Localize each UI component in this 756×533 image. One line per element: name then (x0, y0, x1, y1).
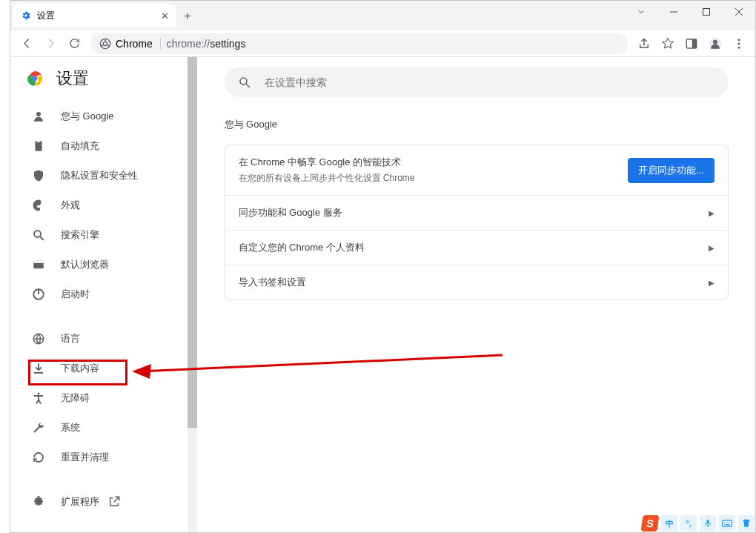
sidebar-item-languages[interactable]: 语言 (10, 324, 197, 354)
clipboard-icon (31, 139, 46, 153)
svg-point-10 (738, 46, 740, 48)
bookmark-star-icon[interactable] (656, 32, 680, 56)
svg-point-29 (724, 522, 725, 523)
share-icon[interactable] (632, 32, 656, 56)
svg-rect-5 (692, 39, 697, 48)
new-tab-button[interactable]: + (176, 5, 199, 27)
sidebar-item-label: 您与 Google (61, 110, 114, 123)
turn-on-sync-button[interactable]: 开启同步功能... (628, 158, 714, 183)
chevron-right-icon: ▶ (709, 244, 714, 252)
sidebar-item-downloads[interactable]: 下载内容 (10, 354, 197, 383)
back-button[interactable] (15, 32, 39, 56)
search-input[interactable] (265, 76, 715, 88)
svg-point-22 (38, 393, 40, 395)
sidebar-item-label: 外观 (61, 199, 80, 212)
sidebar-item-label: 搜索引擎 (61, 228, 99, 242)
sidebar-item-autofill[interactable]: 自动填充 (10, 131, 197, 161)
search-icon (238, 76, 251, 89)
sidebar-item-default-browser[interactable]: 默认浏览器 (10, 250, 197, 279)
sidebar-scrollbar[interactable] (188, 57, 197, 532)
account-avatar-icon[interactable] (703, 32, 727, 56)
close-tab-icon[interactable]: ✕ (161, 10, 169, 21)
reload-button[interactable] (62, 32, 86, 56)
wrench-icon (31, 420, 46, 435)
customize-profile-row[interactable]: 自定义您的 Chrome 个人资料▶ (225, 231, 728, 265)
sidebar-item-search-engine[interactable]: 搜索引擎 (10, 220, 197, 250)
sidebar-item-on-startup[interactable]: 启动时 (10, 279, 197, 309)
omnibox[interactable]: Chrome chrome://settings (90, 33, 628, 54)
power-icon (31, 287, 46, 302)
svg-point-7 (713, 39, 717, 44)
sidebar-item-label: 自动填充 (61, 139, 99, 153)
section-title: 您与 Google (225, 118, 729, 131)
svg-point-3 (103, 42, 107, 45)
browser-window-icon (31, 257, 46, 272)
svg-point-30 (726, 522, 727, 523)
settings-content: 您与 Google 在 Chrome 中畅享 Google 的智能技术 在您的所… (197, 57, 755, 532)
svg-point-23 (240, 78, 247, 85)
svg-point-9 (738, 42, 740, 44)
sidebar-item-appearance[interactable]: 外观 (10, 191, 197, 220)
search-icon (31, 228, 46, 242)
accessibility-icon (31, 391, 46, 405)
svg-rect-28 (723, 520, 732, 526)
sidebar-item-label: 启动时 (61, 288, 90, 301)
svg-point-8 (738, 39, 740, 41)
sidebar-item-extensions[interactable]: 扩展程序 (10, 487, 197, 517)
ime-mic-icon[interactable] (700, 515, 716, 532)
ime-punctuation-icon[interactable]: °, (680, 515, 697, 532)
open-external-icon (107, 494, 122, 509)
sidebar-header: 设置 (10, 63, 197, 102)
forward-button[interactable] (39, 32, 62, 56)
chrome-icon (99, 38, 111, 50)
settings-tab-favicon (21, 10, 31, 21)
minimize-window-button[interactable] (657, 1, 690, 23)
sidebar-item-you-and-google[interactable]: 您与 Google (10, 102, 197, 131)
ime-sogou-icon[interactable]: S (640, 515, 659, 532)
sidebar-item-label: 扩展程序 (61, 495, 99, 509)
system-tray: S 中 °, (642, 515, 755, 532)
sidebar-item-label: 语言 (61, 332, 80, 345)
browser-tab[interactable]: 设置 ✕ (13, 4, 176, 27)
row-label: 同步功能和 Google 服务 (239, 206, 342, 219)
sidebar-item-label: 无障碍 (61, 391, 90, 405)
sync-services-row[interactable]: 同步功能和 Google 服务▶ (225, 196, 728, 231)
chrome-logo-icon (27, 70, 43, 87)
svg-point-15 (34, 231, 41, 237)
svg-point-12 (36, 112, 41, 116)
tab-title: 设置 (37, 10, 55, 22)
sidebar: 设置 您与 Google 自动填充 隐私设置和安全性 外观 搜索引擎 默认浏览器… (10, 57, 197, 532)
row-label: 导入书签和设置 (239, 276, 306, 289)
close-window-button[interactable] (723, 1, 755, 23)
sidebar-item-label: 下载内容 (61, 362, 99, 375)
chevron-right-icon: ▶ (709, 279, 714, 287)
svg-point-31 (729, 522, 730, 523)
restore-icon (31, 450, 46, 465)
sync-promo-sub: 在您的所有设备上同步并个性化设置 Chrome (239, 172, 415, 185)
menu-kebab-icon[interactable] (727, 32, 751, 56)
chevron-right-icon: ▶ (709, 209, 714, 217)
settings-card: 在 Chrome 中畅享 Google 的智能技术 在您的所有设备上同步并个性化… (225, 145, 729, 300)
sidebar-item-label: 系统 (61, 421, 80, 434)
svg-rect-1 (703, 9, 710, 16)
maximize-window-button[interactable] (690, 1, 723, 23)
person-icon (31, 109, 46, 124)
side-panel-icon[interactable] (680, 32, 703, 56)
extension-icon (31, 494, 46, 509)
address-bar: Chrome chrome://settings (10, 30, 755, 57)
scrollbar-thumb[interactable] (188, 57, 197, 428)
sidebar-item-privacy[interactable]: 隐私设置和安全性 (10, 161, 197, 191)
sidebar-item-accessibility[interactable]: 无障碍 (10, 383, 197, 413)
settings-search[interactable] (225, 67, 729, 97)
chevron-down-icon[interactable] (625, 1, 657, 23)
ime-keyboard-icon[interactable] (719, 515, 735, 532)
svg-line-24 (246, 84, 250, 87)
ime-lang-indicator[interactable]: 中 (661, 515, 677, 532)
import-bookmarks-row[interactable]: 导入书签和设置▶ (225, 265, 728, 299)
sidebar-item-system[interactable]: 系统 (10, 413, 197, 443)
sidebar-item-reset[interactable]: 重置并清理 (10, 443, 197, 472)
ime-skin-icon[interactable] (738, 515, 755, 532)
sidebar-item-label: 默认浏览器 (61, 258, 109, 271)
download-icon (31, 361, 46, 376)
sync-promo-title: 在 Chrome 中畅享 Google 的智能技术 (239, 156, 415, 169)
